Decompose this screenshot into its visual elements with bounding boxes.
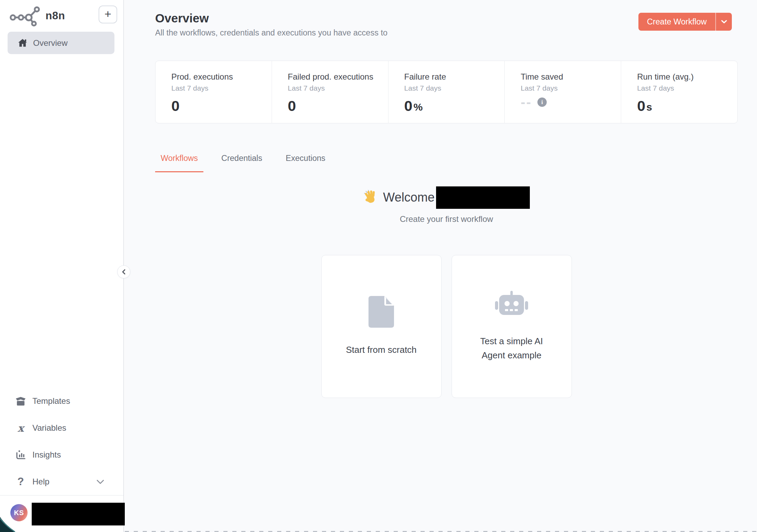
create-workflow-dropdown-button[interactable] <box>716 13 732 31</box>
stat-card-failure-rate: Failure rate Last 7 days 0% <box>388 61 505 123</box>
stat-value: 0 <box>404 98 413 114</box>
sidebar-item-overview[interactable]: Overview <box>8 32 114 54</box>
sidebar-collapse-button[interactable] <box>117 265 130 278</box>
info-icon[interactable]: i <box>537 98 547 107</box>
stat-label: Run time (avg.) <box>637 72 737 82</box>
welcome-text: Welcome <box>383 190 434 205</box>
wallpaper-corner-shape <box>0 514 15 532</box>
sidebar-item-label: Variables <box>32 423 66 433</box>
tab-credentials[interactable]: Credentials <box>216 154 268 172</box>
starter-cards: Start from scratch <box>155 255 738 398</box>
empty-state-subtitle: Create your first workflow <box>155 214 738 224</box>
redacted-username <box>32 503 125 525</box>
sidebar-item-insights[interactable]: Insights <box>0 441 123 468</box>
question-icon: ? <box>15 475 26 488</box>
stat-period: Last 7 days <box>404 84 505 92</box>
chevron-down-icon <box>721 20 727 23</box>
stat-unit: s <box>646 99 652 113</box>
stat-period: Last 7 days <box>288 84 388 92</box>
ai-agent-example-card[interactable]: Test a simple AI Agent example <box>452 255 572 398</box>
welcome-heading-row: Welcome <box>155 186 738 209</box>
stat-period: Last 7 days <box>171 84 272 92</box>
chevron-left-icon <box>120 268 127 276</box>
logo-row: n8n + <box>0 0 123 32</box>
sidebar-item-variables[interactable]: x Variables <box>0 415 123 441</box>
stat-card-time-saved: Time saved Last 7 days -- i <box>505 61 621 123</box>
sidebar-item-templates[interactable]: Templates <box>0 388 123 415</box>
stat-value: 0 <box>637 98 645 114</box>
sidebar-item-label: Overview <box>33 38 68 48</box>
create-workflow-split-button: Create Workflow <box>638 13 732 31</box>
stat-label: Failed prod. executions <box>288 72 388 82</box>
stats-summary-bar: Prod. executions Last 7 days 0 Failed pr… <box>155 61 738 123</box>
wave-emoji <box>363 190 379 205</box>
avatar-initials: KS <box>14 509 24 517</box>
stat-unit: % <box>414 99 423 113</box>
stat-period: Last 7 days <box>637 84 737 92</box>
stat-value-empty: -- <box>521 98 532 107</box>
stat-card-run-time: Run time (avg.) Last 7 days 0s <box>621 61 737 123</box>
sidebar-item-label: Templates <box>32 396 70 406</box>
tab-executions[interactable]: Executions <box>280 154 331 172</box>
stat-label: Prod. executions <box>171 72 272 82</box>
logo-text: n8n <box>46 10 65 22</box>
sidebar: n8n + Overview <box>0 0 124 532</box>
add-workflow-button[interactable]: + <box>99 6 117 23</box>
sidebar-item-label: Insights <box>32 450 61 460</box>
user-menu[interactable]: KS <box>0 495 123 532</box>
n8n-overview-page: n8n + Overview <box>0 0 757 532</box>
stat-label: Failure rate <box>404 72 505 82</box>
stat-period: Last 7 days <box>521 84 621 92</box>
bar-chart-icon <box>15 450 26 460</box>
create-workflow-button[interactable]: Create Workflow <box>638 13 715 31</box>
robot-icon <box>494 291 529 319</box>
start-from-scratch-card[interactable]: Start from scratch <box>321 255 442 398</box>
card-label: Start from scratch <box>346 343 416 357</box>
main-content: Overview All the workflows, credentials … <box>125 0 757 532</box>
sidebar-bottom-nav: Templates x Variables <box>0 388 123 495</box>
tab-workflows[interactable]: Workflows <box>155 154 203 172</box>
n8n-logo-icon <box>10 5 41 27</box>
stat-label: Time saved <box>521 72 621 82</box>
tab-bar: Workflows Credentials Executions <box>155 154 738 172</box>
chevron-down-icon <box>97 480 104 484</box>
package-icon <box>15 396 26 406</box>
empty-state: Welcome Create your first workflow Start… <box>155 186 738 398</box>
redacted-user-name <box>436 186 530 209</box>
stat-card-failed-executions: Failed prod. executions Last 7 days 0 <box>272 61 388 123</box>
stat-card-prod-executions: Prod. executions Last 7 days 0 <box>155 61 272 123</box>
document-icon <box>369 296 394 328</box>
sidebar-item-label: Help <box>32 477 49 487</box>
stat-value: 0 <box>171 98 180 114</box>
stat-value: 0 <box>288 98 296 114</box>
variable-x-icon: x <box>15 422 26 434</box>
sidebar-item-help[interactable]: ? Help <box>0 468 123 495</box>
card-label: Test a simple AI Agent example <box>470 334 553 362</box>
home-icon <box>18 39 27 47</box>
